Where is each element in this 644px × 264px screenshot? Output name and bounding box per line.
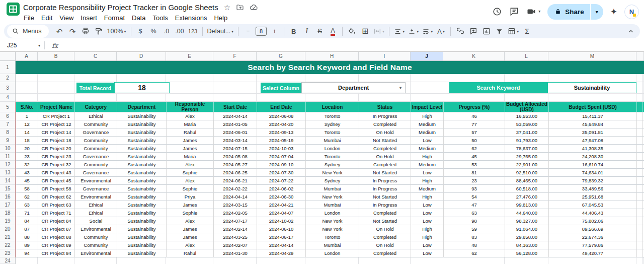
table-cell[interactable]: New York [306, 193, 359, 201]
table-cell[interactable]: New York [306, 225, 359, 233]
table-cell[interactable]: High [411, 233, 444, 241]
table-cell[interactable]: 2024-07-15 [214, 145, 257, 153]
paint-format-button[interactable] [93, 25, 105, 37]
format-percent-button[interactable]: % [147, 25, 160, 37]
table-cell[interactable]: 91,793.00 [505, 137, 549, 145]
table-cell[interactable]: Sustainability [117, 241, 167, 249]
table-cell[interactable]: London [306, 145, 359, 153]
table-cell[interactable]: 84 [16, 217, 38, 225]
table-cell[interactable]: Medium [411, 145, 444, 153]
table-cell[interactable]: Mumbai [306, 201, 359, 209]
table-cell[interactable]: 2024-04-20 [257, 120, 306, 128]
table-cell[interactable]: 98,327.00 [505, 217, 549, 225]
table-cell[interactable]: 27,476.00 [505, 193, 549, 201]
table-cell-empty[interactable] [637, 209, 643, 217]
table-cell[interactable]: Social [75, 217, 117, 225]
table-cell[interactable]: 12 [16, 120, 38, 128]
table-header-cell[interactable]: Progress (%) [444, 102, 505, 112]
menus-search-button[interactable]: Menus [7, 25, 49, 38]
table-cell[interactable]: Ethical [75, 201, 117, 209]
table-cell[interactable]: 81 [444, 169, 505, 177]
functions-button[interactable]: Σ [521, 25, 533, 37]
vertical-align-button[interactable]: ▾ [407, 25, 420, 37]
table-header-cell[interactable]: Budget Spent (USD) [549, 102, 637, 112]
column-header-G[interactable]: G [257, 52, 305, 60]
table-cell[interactable]: Governance [75, 169, 117, 177]
table-cell[interactable]: 2024-06-08 [257, 112, 306, 120]
zoom-select[interactable]: 100% ▾ [106, 25, 128, 37]
table-cell[interactable]: 2024-10-03 [257, 145, 306, 153]
table-cell-empty[interactable] [637, 185, 643, 193]
menu-tools[interactable]: Tools [149, 13, 171, 23]
column-header-L[interactable]: L [505, 52, 548, 60]
table-cell[interactable]: Sustainability [117, 177, 167, 185]
row-header-10[interactable]: 10 [0, 145, 15, 153]
table-cell[interactable]: Sustainability [117, 137, 167, 145]
table-cell[interactable]: 2024-04-07 [257, 209, 306, 217]
column-header-D[interactable]: D [117, 52, 166, 60]
table-cell[interactable]: 37,041.00 [505, 128, 549, 137]
table-cell-empty[interactable] [637, 225, 643, 233]
table-cell[interactable]: 16,553.00 [505, 112, 549, 120]
table-cell[interactable]: 78,637.00 [505, 145, 549, 153]
row-header-3[interactable]: 3 [0, 82, 15, 94]
table-cell[interactable]: Community [75, 120, 117, 128]
table-cell[interactable]: Toronto [306, 153, 359, 161]
table-cell[interactable]: CR Project 62 [38, 193, 75, 201]
table-cell[interactable]: 63 [444, 209, 505, 217]
table-cell[interactable]: 89 [16, 241, 38, 249]
table-cell[interactable]: 2024-01-05 [214, 120, 257, 128]
table-cell[interactable]: 88,465.00 [505, 177, 549, 185]
table-cell[interactable]: 93 [444, 185, 505, 193]
table-cell-empty[interactable] [637, 177, 643, 185]
row-header-8[interactable]: 8 [0, 128, 15, 137]
table-cell-empty[interactable] [637, 233, 643, 241]
table-cell[interactable]: CR Project 32 [38, 161, 75, 169]
table-cell[interactable]: 83 [444, 233, 505, 241]
insert-comment-button[interactable] [467, 25, 479, 37]
table-cell[interactable]: 92,510.00 [505, 169, 549, 177]
table-cell[interactable]: CR Project 89 [38, 241, 75, 249]
table-cell[interactable]: 67,045.53 [549, 201, 637, 209]
table-cell[interactable]: Ethical [75, 112, 117, 120]
menu-extensions[interactable]: Extensions [172, 13, 211, 23]
table-cell[interactable]: Rahul [167, 249, 214, 257]
table-cell[interactable]: 14 [16, 128, 38, 137]
table-cell[interactable]: Low [411, 241, 444, 249]
table-cell[interactable]: 35,091.81 [549, 128, 637, 137]
table-cell[interactable]: 44,406.43 [549, 209, 637, 217]
menu-file[interactable]: File [20, 13, 38, 23]
table-cell[interactable]: 29,765.00 [505, 153, 549, 161]
table-cell[interactable]: 47 [444, 201, 505, 209]
column-header-B[interactable]: B [38, 52, 74, 60]
select-column-dropdown[interactable]: Department ▾ [301, 82, 406, 93]
table-cell[interactable]: In Progress [359, 201, 411, 209]
row-header-18[interactable]: 18 [0, 209, 15, 217]
row-header-7[interactable]: 7 [0, 120, 15, 128]
table-cell[interactable]: 2024-09-13 [257, 128, 306, 137]
column-header-M[interactable]: M [548, 52, 636, 60]
row-header-1[interactable]: 1 [0, 61, 15, 74]
table-cell[interactable]: Sydney [306, 177, 359, 185]
table-cell[interactable]: 25,951.68 [549, 193, 637, 201]
table-header-cell[interactable]: S.No. [16, 102, 38, 112]
table-cell[interactable]: Priya [167, 193, 214, 201]
menu-view[interactable]: View [56, 13, 77, 23]
table-cell-empty[interactable] [637, 241, 643, 249]
document-title[interactable]: Corporate Responsibility Project Tracker… [23, 3, 218, 12]
table-cell[interactable]: 22,901.00 [505, 161, 549, 169]
table-cell[interactable]: 2024-06-17 [257, 233, 306, 241]
table-cell[interactable]: Toronto [306, 233, 359, 241]
table-cell-empty[interactable] [637, 193, 643, 201]
table-cell[interactable]: 2024-07-04 [257, 153, 306, 161]
row-header-14[interactable]: 14 [0, 177, 15, 185]
merge-cells-button[interactable]: ▾ [372, 25, 386, 37]
table-cell[interactable]: London [306, 249, 359, 257]
table-header-cell[interactable]: Department [117, 102, 167, 112]
table-cell[interactable]: Community [75, 233, 117, 241]
table-cell[interactable]: 2024-04-29 [257, 249, 306, 257]
table-cell[interactable]: Community [75, 137, 117, 145]
undo-button[interactable]: ↶ [53, 25, 66, 37]
print-button[interactable] [79, 25, 92, 37]
table-cell[interactable]: 79,839.32 [549, 177, 637, 185]
